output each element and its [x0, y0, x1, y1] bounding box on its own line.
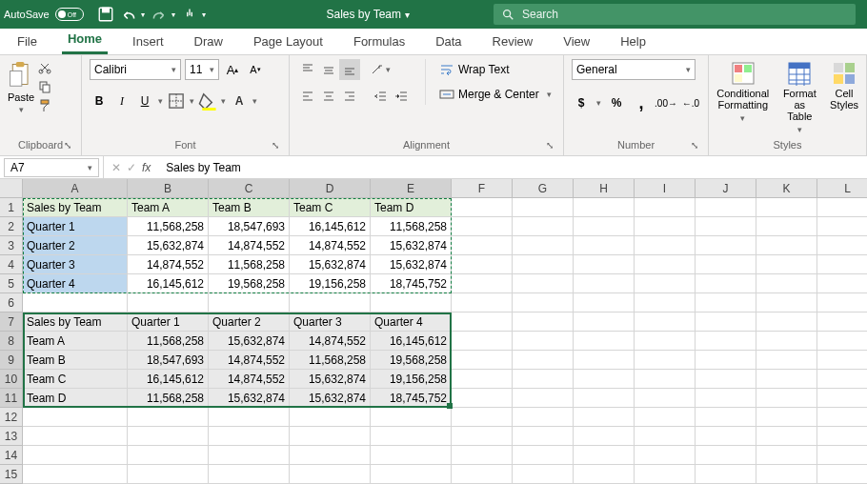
enter-formula-icon[interactable]: ✓ [127, 161, 136, 174]
cell-H13[interactable] [574, 427, 635, 446]
cell-B3[interactable]: 15,632,874 [128, 236, 209, 255]
cell-E1[interactable]: Team D [371, 198, 452, 217]
cell-L6[interactable] [817, 293, 867, 312]
cell-H15[interactable] [574, 465, 635, 484]
cell-D11[interactable]: 15,632,874 [290, 389, 371, 408]
tab-view[interactable]: View [557, 34, 595, 54]
cell-D1[interactable]: Team C [290, 198, 371, 217]
cell-I15[interactable] [635, 465, 696, 484]
format-as-table-button[interactable]: Format as Table▾ [781, 61, 818, 135]
col-header-F[interactable]: F [452, 179, 513, 198]
font-name-combo[interactable]: Calibri▾ [90, 59, 181, 80]
font-size-combo[interactable]: 11▾ [185, 59, 219, 80]
tab-help[interactable]: Help [615, 34, 652, 54]
cell-A7[interactable]: Sales by Team [23, 312, 128, 332]
cell-H4[interactable] [574, 255, 635, 274]
cell-B1[interactable]: Team A [128, 198, 209, 217]
cell-D14[interactable] [290, 446, 371, 465]
merge-center-button[interactable]: Merge & Center▾ [435, 84, 555, 105]
cell-D13[interactable] [290, 427, 371, 446]
row-header-14[interactable]: 14 [0, 446, 23, 465]
cell-I7[interactable] [635, 312, 696, 332]
cell-G2[interactable] [513, 217, 574, 236]
cell-G7[interactable] [513, 312, 574, 332]
cell-E2[interactable]: 11,568,258 [371, 217, 452, 236]
cell-I6[interactable] [635, 293, 696, 312]
cell-H9[interactable] [574, 351, 635, 370]
cell-J8[interactable] [696, 332, 756, 351]
cell-I1[interactable] [635, 198, 696, 217]
cell-K15[interactable] [756, 465, 817, 484]
italic-button[interactable]: I [112, 91, 131, 111]
cell-D2[interactable]: 16,145,612 [290, 217, 371, 236]
cell-C4[interactable]: 11,568,258 [209, 255, 290, 274]
cell-D4[interactable]: 15,632,874 [290, 255, 371, 274]
undo-dropdown-icon[interactable]: ▾ [141, 10, 145, 19]
cell-C14[interactable] [209, 446, 290, 465]
cell-C1[interactable]: Team B [209, 198, 290, 217]
col-header-I[interactable]: I [635, 179, 696, 198]
cell-A15[interactable] [23, 465, 128, 484]
cell-F1[interactable] [452, 198, 513, 217]
cell-K3[interactable] [756, 236, 817, 255]
cell-C5[interactable]: 19,568,258 [209, 274, 290, 293]
cell-styles-button[interactable]: Cell Styles [830, 61, 858, 111]
cell-E5[interactable]: 18,745,752 [371, 274, 452, 293]
underline-button[interactable]: U [135, 91, 154, 111]
col-header-A[interactable]: A [23, 179, 128, 198]
cell-F8[interactable] [452, 332, 513, 351]
align-left-icon[interactable] [297, 86, 318, 107]
align-bottom-icon[interactable] [339, 59, 360, 80]
number-format-combo[interactable]: General▾ [572, 59, 696, 80]
cell-I12[interactable] [635, 408, 696, 427]
cell-A5[interactable]: Quarter 4 [23, 274, 128, 293]
cell-E3[interactable]: 15,632,874 [371, 236, 452, 255]
orientation-icon[interactable]: ▾ [370, 59, 391, 80]
autosave-toggle[interactable]: AutoSave Off [4, 8, 84, 21]
cell-L4[interactable] [817, 255, 867, 274]
alignment-dialog-icon[interactable]: ⤡ [546, 139, 554, 152]
format-painter-icon[interactable] [38, 99, 51, 112]
undo-icon[interactable] [120, 6, 137, 23]
cell-E6[interactable] [371, 293, 452, 312]
cell-L8[interactable] [817, 332, 867, 351]
cell-C9[interactable]: 14,874,552 [209, 351, 290, 370]
toggle-switch-icon[interactable]: Off [55, 8, 84, 21]
row-header-13[interactable]: 13 [0, 427, 23, 446]
cell-K14[interactable] [756, 446, 817, 465]
cell-D3[interactable]: 14,874,552 [290, 236, 371, 255]
cell-B7[interactable]: Quarter 1 [128, 312, 209, 332]
qat-more-icon[interactable]: ▾ [202, 10, 206, 19]
decrease-indent-icon[interactable] [370, 86, 391, 107]
tab-formulas[interactable]: Formulas [348, 34, 411, 54]
col-header-E[interactable]: E [371, 179, 452, 198]
copy-icon[interactable] [38, 80, 51, 93]
touch-mode-icon[interactable] [181, 6, 198, 23]
redo-dropdown-icon[interactable]: ▾ [171, 10, 175, 19]
underline-dropdown-icon[interactable]: ▾ [158, 96, 163, 106]
cell-E11[interactable]: 18,745,752 [371, 389, 452, 408]
cell-K6[interactable] [756, 293, 817, 312]
increase-font-icon[interactable]: A▴ [223, 60, 242, 79]
cell-L14[interactable] [817, 446, 867, 465]
cancel-formula-icon[interactable]: ✕ [111, 161, 121, 174]
align-top-icon[interactable] [297, 59, 318, 80]
col-header-H[interactable]: H [574, 179, 635, 198]
cell-A2[interactable]: Quarter 1 [23, 217, 128, 236]
cell-A10[interactable]: Team C [23, 370, 128, 389]
cell-J4[interactable] [696, 255, 756, 274]
cell-C10[interactable]: 14,874,552 [209, 370, 290, 389]
cell-I11[interactable] [635, 389, 696, 408]
number-dialog-icon[interactable]: ⤡ [691, 139, 698, 152]
cell-B15[interactable] [128, 465, 209, 484]
row-header-10[interactable]: 10 [0, 370, 23, 389]
cell-A3[interactable]: Quarter 2 [23, 236, 128, 255]
cell-K2[interactable] [756, 217, 817, 236]
cell-L1[interactable] [817, 198, 867, 217]
cell-L5[interactable] [817, 274, 867, 293]
acct-dropdown-icon[interactable]: ▾ [596, 98, 601, 108]
cell-I4[interactable] [635, 255, 696, 274]
bold-button[interactable]: B [90, 91, 109, 111]
cell-G11[interactable] [513, 389, 574, 408]
cell-J7[interactable] [696, 312, 756, 332]
